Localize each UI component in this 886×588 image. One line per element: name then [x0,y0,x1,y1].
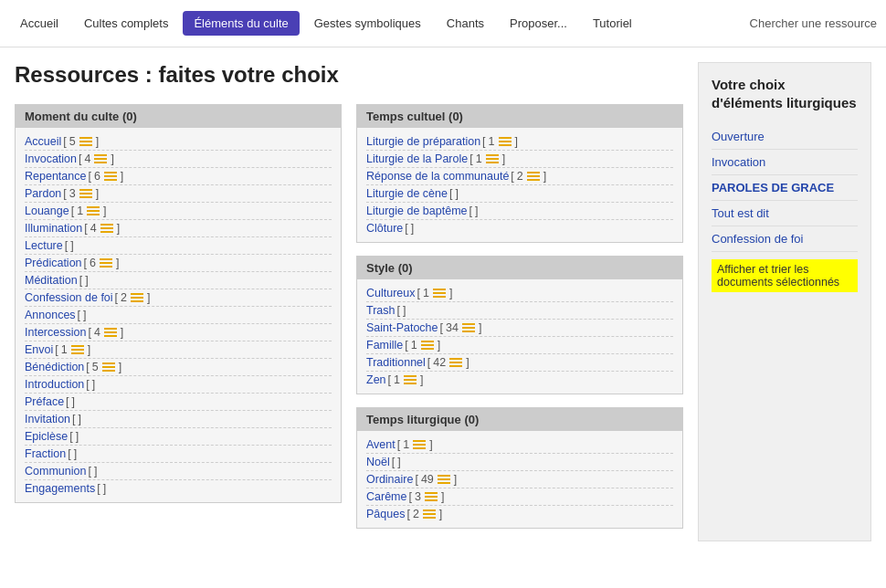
list-icon[interactable] [404,375,417,384]
item-link[interactable]: Louange [25,205,69,217]
bracket-close: ] [88,343,90,356]
item-link[interactable]: Invocation [25,152,77,165]
item-link[interactable]: Réponse de la communauté [366,170,509,183]
list-icon[interactable] [462,323,475,332]
bracket-close: ] [411,222,414,235]
item-link[interactable]: Traditionnel [366,356,426,369]
list-icon[interactable] [421,341,434,350]
item-count: 1 [403,438,409,451]
item-link[interactable]: Ordinaire [366,473,413,486]
list-icon[interactable] [79,137,92,146]
bracket-close: ] [76,430,79,443]
nav-gestes[interactable]: Gestes symboliques [303,11,432,36]
item-link[interactable]: Préface [25,395,64,408]
item-link[interactable]: Clôture [366,222,403,235]
sidebar-item[interactable]: Ouverture [712,124,858,150]
list-icon[interactable] [100,258,112,268]
list-icon[interactable] [413,440,426,449]
bracket-close: ] [83,309,86,321]
item-link[interactable]: Invitation [25,413,70,425]
list-icon[interactable] [486,154,499,163]
item-link[interactable]: Prédication [25,257,82,269]
bracket-open: [ [69,430,72,443]
nav-proposer[interactable]: Proposer... [499,11,578,36]
item-meta: [1] [388,373,424,386]
bracket-open: [ [88,326,90,339]
item-meta: [] [66,395,75,408]
item-link[interactable]: Avent [366,438,396,451]
list-icon[interactable] [131,293,143,302]
list-icon[interactable] [104,172,117,181]
item-meta: [] [397,304,406,317]
item-link[interactable]: Epiclèse [25,430,68,443]
item-link[interactable]: Saint-Patoche [366,321,438,334]
item-link[interactable]: Engagements [25,482,95,495]
list-icon[interactable] [87,206,100,215]
item-meta: [] [469,205,479,217]
item-link[interactable]: Liturgie de la Parole [366,152,468,165]
nav-accueil[interactable]: Accueil [9,11,69,36]
list-icon[interactable] [425,492,438,501]
bracket-close: ] [79,413,81,425]
navigation: Accueil Cultes complets Éléments du cult… [0,0,886,47]
item-link[interactable]: Lecture [25,239,63,252]
sidebar-item[interactable]: Invocation [712,150,858,175]
bracket-close: ] [479,321,481,334]
sidebar-item[interactable]: PAROLES DE GRACE [712,175,858,201]
item-link[interactable]: Annonces [25,309,76,321]
list-icon[interactable] [433,289,446,298]
item-meta: [] [392,456,401,468]
bracket-close: ] [121,326,123,339]
search-link[interactable]: Chercher une ressource [750,11,877,36]
list-icon[interactable] [527,172,540,181]
sidebar-item[interactable]: Confession de foi [712,226,858,252]
bracket-close: ] [454,473,457,486]
list-icon[interactable] [102,362,115,372]
item-link[interactable]: Pâques [366,508,405,520]
bracket-close: ] [403,304,406,317]
nav-elements[interactable]: Éléments du culte [183,11,299,36]
list-item: Communion [] [25,463,332,480]
item-link[interactable]: Accueil [25,135,61,148]
list-item: Repentance [6] [25,168,332,185]
bracket-close: ] [475,205,478,217]
list-icon[interactable] [423,509,436,519]
item-link[interactable]: Liturgie de baptême [366,205,468,217]
sidebar-cta[interactable]: Afficher et trier les documents sélectio… [712,259,858,292]
item-link[interactable]: Trash [366,304,396,317]
sidebar-item[interactable]: Tout est dit [712,201,858,226]
list-icon[interactable] [449,358,462,367]
item-link[interactable]: Fraction [25,447,66,460]
list-icon[interactable] [499,137,512,146]
item-link[interactable]: Confession de foi [25,291,113,304]
item-link[interactable]: Zen [366,373,386,386]
list-icon[interactable] [94,154,107,163]
bracket-open: [ [63,135,66,148]
item-link[interactable]: Envoi [25,343,53,356]
item-link[interactable]: Repentance [25,170,86,183]
item-link[interactable]: Liturgie de préparation [366,135,480,148]
list-icon[interactable] [71,345,84,354]
list-icon[interactable] [104,328,117,337]
item-link[interactable]: Famille [366,339,403,352]
item-link[interactable]: Illumination [25,222,82,235]
nav-chants[interactable]: Chants [436,11,495,36]
item-link[interactable]: Méditation [25,274,78,287]
item-meta: [] [405,222,414,235]
item-link[interactable]: Liturgie de cène [366,187,448,200]
item-link[interactable]: Cultureux [366,287,416,299]
item-link[interactable]: Intercession [25,326,86,339]
item-link[interactable]: Carême [366,490,406,503]
list-icon[interactable] [79,189,92,198]
list-item: Lecture [] [25,237,332,255]
list-icon[interactable] [100,224,113,233]
bracket-open: [ [88,170,90,183]
nav-cultes[interactable]: Cultes complets [73,11,179,36]
item-link[interactable]: Pardon [25,187,61,200]
item-link[interactable]: Communion [25,465,86,478]
item-link[interactable]: Bénédiction [25,361,84,373]
item-link[interactable]: Noël [366,456,390,468]
item-link[interactable]: Introduction [25,378,84,391]
nav-tutoriel[interactable]: Tutoriel [582,11,643,36]
list-icon[interactable] [438,475,450,484]
